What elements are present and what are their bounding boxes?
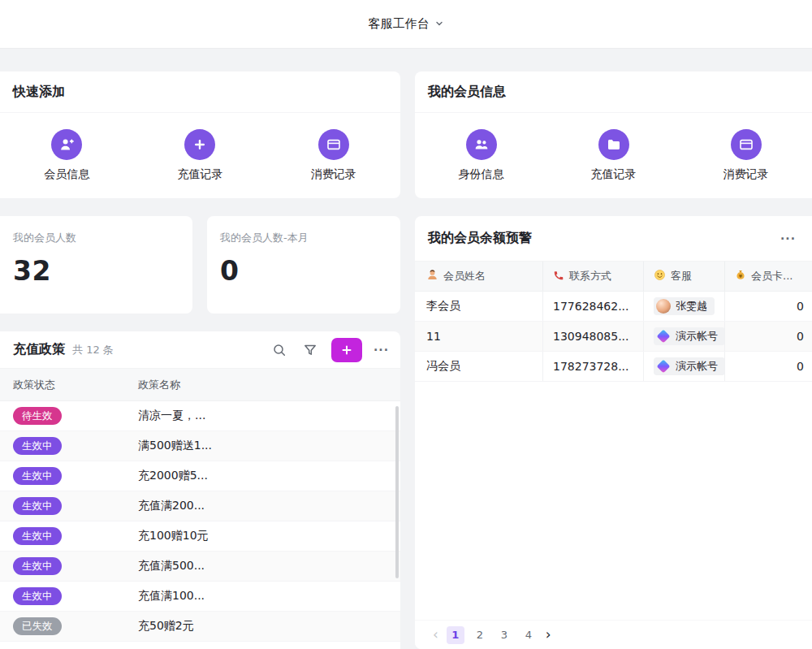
page-button-2[interactable]: 2: [471, 626, 489, 644]
policy-name: 充2000赠5...: [138, 469, 400, 483]
policy-name: 充100赠10元: [138, 529, 400, 543]
money-bag-icon: ¥: [735, 269, 746, 283]
quick-add-actions: 会员信息 充值记录 消费记录: [0, 113, 400, 197]
member-add-icon: [51, 129, 82, 160]
table-toolbar: ···: [270, 338, 389, 362]
column-header-agent[interactable]: 客服: [643, 262, 724, 291]
stat-label: 我的会员人数-本月: [220, 231, 387, 245]
card-icon: [731, 129, 762, 160]
column-label: 会员卡...: [751, 269, 793, 283]
top-bar: 客服工作台: [0, 0, 812, 49]
column-label: 客服: [671, 269, 692, 283]
workspace-switcher[interactable]: 客服工作台: [369, 16, 444, 32]
column-header-member-name[interactable]: 会员姓名: [415, 262, 542, 291]
workbench-page: 客服工作台 快速添加 会员信息 充值记录: [0, 0, 812, 649]
scrollbar[interactable]: [395, 406, 399, 578]
quick-add-member-info[interactable]: 会员信息: [0, 129, 133, 182]
more-options-button[interactable]: ···: [780, 232, 796, 245]
agent-badge: 张雯越: [654, 297, 715, 315]
policy-name: 充值满200...: [138, 499, 400, 513]
recharge-record-shortcut[interactable]: 充值记录: [547, 129, 680, 182]
quick-add-card: 快速添加 会员信息 充值记录 消费记录: [0, 71, 400, 198]
search-icon[interactable]: [270, 340, 289, 360]
quick-add-recharge-record[interactable]: 充值记录: [133, 129, 266, 182]
filter-icon[interactable]: [300, 340, 320, 360]
status-badge: 生效中: [13, 557, 62, 576]
table-row[interactable]: 已失效 充50赠2元: [0, 612, 400, 642]
shortcut-label: 消费记录: [723, 167, 769, 182]
column-header-name[interactable]: 政策名称: [138, 378, 400, 392]
member-info-card: 我的会员信息 身份信息 充值记录 消费记录: [415, 71, 812, 198]
status-badge: 待生效: [13, 407, 62, 426]
demo-account-icon: [657, 360, 671, 374]
policy-name: 充50赠2元: [138, 619, 400, 634]
column-label: 联系方式: [569, 269, 611, 283]
next-page-button[interactable]: ›: [544, 628, 553, 642]
table-row[interactable]: 李会员 177628462... 张雯越 0: [415, 292, 812, 322]
quick-add-label: 充值记录: [177, 167, 222, 182]
stat-card-member-count: 我的会员人数 32: [0, 216, 192, 314]
quick-add-consume-record[interactable]: 消费记录: [267, 129, 400, 182]
stat-label: 我的会员人数: [13, 231, 179, 245]
table-row[interactable]: 生效中 充值满200...: [0, 491, 400, 521]
column-label: 会员姓名: [443, 269, 486, 283]
svg-text:¥: ¥: [739, 274, 742, 279]
chevron-down-icon: [434, 16, 444, 32]
status-badge: 已失效: [13, 617, 62, 636]
member-info-title: 我的会员信息: [428, 84, 506, 101]
page-button-3[interactable]: 3: [495, 626, 513, 644]
status-badge: 生效中: [13, 437, 62, 456]
agent-name: 张雯越: [676, 299, 707, 314]
record-count: 共 12 条: [72, 343, 114, 357]
status-badge: 生效中: [13, 497, 62, 516]
page-button-1[interactable]: 1: [447, 626, 464, 644]
folder-icon: [598, 129, 629, 160]
table-row[interactable]: 生效中 充值满100...: [0, 582, 400, 612]
page-button-4[interactable]: 4: [520, 626, 538, 644]
table-row[interactable]: 待生效 清凉一夏，...: [0, 401, 400, 431]
identity-info-shortcut[interactable]: 身份信息: [415, 129, 547, 182]
prev-page-button[interactable]: ‹: [431, 628, 440, 642]
agent-badge: 演示帐号: [654, 357, 724, 375]
status-badge: 生效中: [13, 527, 62, 546]
member-name: 李会员: [415, 292, 542, 321]
stat-value: 0: [220, 255, 387, 287]
more-options-button[interactable]: ···: [374, 344, 389, 357]
table-row[interactable]: 生效中 充2000赠5...: [0, 461, 400, 491]
consume-record-shortcut[interactable]: 消费记录: [680, 129, 812, 182]
shortcut-label: 充值记录: [591, 167, 637, 182]
balance-alert-title: 我的会员余额预警: [428, 230, 532, 247]
table-row[interactable]: 生效中 满500赠送1...: [0, 431, 400, 461]
stat-value: 32: [13, 255, 179, 287]
agent-badge: 演示帐号: [654, 327, 724, 345]
status-badge: 生效中: [13, 587, 62, 606]
person-icon: [426, 269, 438, 283]
status-badge: 生效中: [13, 467, 62, 486]
smiley-icon: [654, 269, 666, 283]
policy-table-body: 待生效 清凉一夏，... 生效中 满500赠送1... 生效中 充2000赠5.…: [0, 401, 400, 642]
member-contact: 130948085...: [542, 322, 643, 351]
column-header-status[interactable]: 政策状态: [0, 378, 138, 392]
table-row[interactable]: 11 130948085... 演示帐号 0: [415, 322, 812, 352]
table-row[interactable]: 冯会员 178273728... 演示帐号 0: [415, 352, 812, 382]
member-name: 11: [415, 322, 542, 351]
member-balance: 0: [724, 292, 812, 321]
table-row[interactable]: 生效中 充100赠10元: [0, 521, 400, 552]
balance-table-header: 会员姓名 联系方式 客服 ¥ 会员卡...: [415, 262, 812, 292]
avatar: [656, 299, 671, 314]
quick-add-header: 快速添加: [0, 71, 400, 113]
page-title: 客服工作台: [369, 16, 430, 32]
policy-table-header: 政策状态 政策名称: [0, 369, 400, 401]
column-header-member-card[interactable]: ¥ 会员卡...: [724, 262, 812, 291]
add-record-button[interactable]: [331, 338, 362, 362]
plus-icon: [184, 129, 215, 160]
stat-card-member-count-month: 我的会员人数-本月 0: [207, 216, 400, 314]
phone-icon: [553, 270, 564, 283]
quick-add-title: 快速添加: [13, 84, 65, 101]
member-balance: 0: [724, 352, 812, 381]
policy-name: 清凉一夏，...: [138, 409, 400, 423]
table-row[interactable]: 生效中 充值满500...: [0, 552, 400, 582]
column-header-contact[interactable]: 联系方式: [542, 262, 643, 291]
member-balance: 0: [724, 322, 812, 351]
agent-name: 演示帐号: [676, 359, 718, 374]
